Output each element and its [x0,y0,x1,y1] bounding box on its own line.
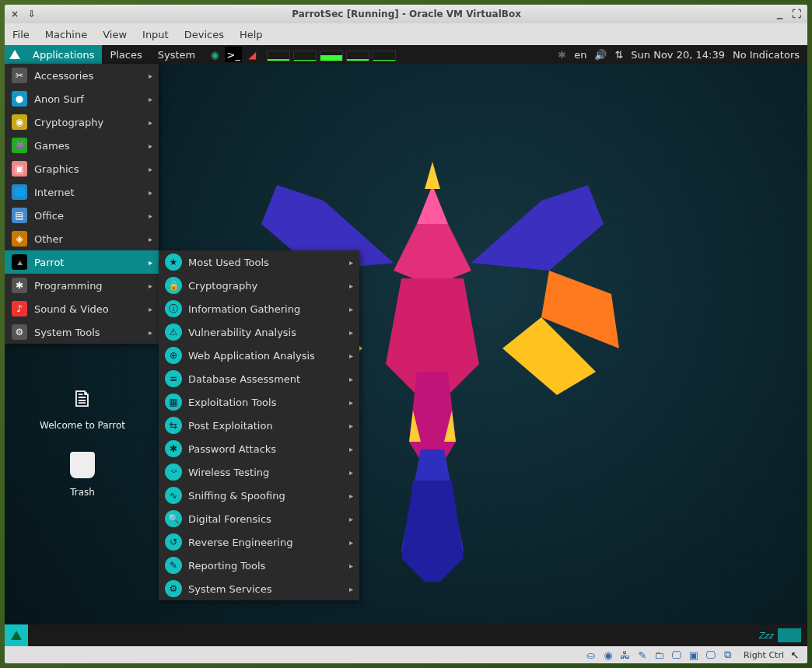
vbox-menu-view[interactable]: View [103,29,127,40]
sound-video-icon: ♪ [11,300,28,317]
submenu-item-cryptography[interactable]: 🔒Cryptography▸ [159,274,359,297]
welcome-to-parrot-shortcut[interactable]: 🗎 Welcome to Parrot [40,379,125,431]
menu-item-label: Graphics [34,163,142,175]
optical-drive-icon[interactable]: ◉ [602,649,614,661]
menu-item-office[interactable]: ▤Office▸ [5,204,159,227]
menu-item-cryptography[interactable]: ◉Cryptography▸ [5,110,159,134]
recording-icon[interactable]: ▣ [688,649,700,661]
vbox-menu-input[interactable]: Input [142,29,169,40]
submenu-arrow-icon: ▸ [149,72,152,80]
vbox-menu-devices[interactable]: Devices [184,29,224,40]
vbox-menubar: File Machine View Input Devices Help [5,23,807,45]
detach-icon[interactable]: ⇩ [28,9,36,19]
submenu-item-exploitation-tools[interactable]: ▦Exploitation Tools▸ [159,390,359,414]
desktop-icon-label: Trash [70,487,95,498]
menu-item-anon-surf[interactable]: ●Anon Surf▸ [5,87,159,110]
submenu-item-vulnerability-analysis[interactable]: ⚠Vulnerability Analysis▸ [159,320,359,344]
system-menu-button[interactable]: System [150,45,203,64]
graphics-icon: ▣ [11,160,28,177]
harddisk-activity-icon[interactable]: ⛀ [585,649,597,661]
submenu-item-digital-forensics[interactable]: 🔍Digital Forensics▸ [159,507,359,530]
minimize-icon[interactable]: ⎯ [777,9,782,19]
menu-item-games[interactable]: 👾Games▸ [5,134,159,157]
submenu-item-label: Cryptography [188,280,343,292]
submenu-arrow-icon: ▸ [349,282,353,290]
menu-item-parrot[interactable]: ⟁Parrot▸ [5,250,159,274]
submenu-item-label: Reporting Tools [188,560,343,572]
submenu-item-wireless-testing[interactable]: ⌔Wireless Testing▸ [159,460,359,484]
vm-state-icon[interactable]: 🖵 [705,649,717,661]
digital-forensics-icon: 🔍 [165,510,182,527]
database-assessment-icon: ≡ [165,370,182,387]
places-menu-button[interactable]: Places [102,45,149,64]
cursor-icon: ↖ [789,649,801,661]
submenu-item-database-assessment[interactable]: ≡Database Assessment▸ [159,367,359,390]
submenu-item-label: Post Exploitation [188,420,343,432]
network-adapter-icon[interactable]: 🖧 [619,649,632,661]
vbox-menu-file[interactable]: File [12,29,30,40]
keyboard-layout-indicator[interactable]: en [574,49,586,61]
menu-item-sound-video[interactable]: ♪Sound & Video▸ [5,297,159,320]
submenu-item-reverse-engineering[interactable]: ↺Reverse Engineering▸ [159,530,359,554]
submenu-item-reporting-tools[interactable]: ✎Reporting Tools▸ [159,554,359,577]
menu-item-label: Sound & Video [34,303,142,315]
clock[interactable]: Sun Nov 20, 14:39 [631,49,725,61]
submenu-item-label: Vulnerability Analysis [188,327,343,338]
submenu-arrow-icon: ▸ [349,328,353,337]
submenu-arrow-icon: ▸ [349,351,353,360]
submenu-arrow-icon: ▸ [349,421,353,430]
submenu-item-label: Most Used Tools [188,257,343,268]
mate-bottom-panel: Zzz [5,624,807,646]
menu-item-accessories[interactable]: ✂Accessories▸ [5,64,159,87]
submenu-item-post-exploitation[interactable]: ⇆Post Exploitation▸ [159,414,359,437]
mouse-integration-icon[interactable]: ⧉ [722,649,734,661]
vulnerability-analysis-icon: ⚠ [165,324,182,341]
submenu-item-information-gathering[interactable]: ⓘInformation Gathering▸ [159,297,359,320]
network-icon[interactable]: ⇅ [614,49,623,61]
close-icon[interactable]: × [11,9,19,19]
submenu-item-label: Password Attacks [188,443,343,455]
submenu-item-label: Reverse Engineering [188,537,343,548]
submenu-arrow-icon: ▸ [149,212,152,220]
submenu-arrow-icon: ▸ [149,258,152,267]
vbox-menu-help[interactable]: Help [240,29,263,40]
submenu-item-label: Exploitation Tools [188,397,343,408]
terminal-launcher-icon[interactable]: >_ [225,47,242,62]
menu-item-other[interactable]: ◈Other▸ [5,227,159,250]
parrot-icon: ⟁ [11,254,28,271]
applications-menu-button[interactable]: Applications [25,45,102,64]
submenu-item-web-application-analysis[interactable]: ⊕Web Application Analysis▸ [159,344,359,367]
menu-item-programming[interactable]: ✱Programming▸ [5,274,159,297]
menu-item-system-tools[interactable]: ⚙System Tools▸ [5,320,159,344]
maximize-icon[interactable]: ⛶ [792,9,801,19]
submenu-arrow-icon: ▸ [149,118,152,127]
parrot-menu-icon[interactable] [5,45,25,64]
system-tools-icon: ⚙ [11,324,28,341]
bluetooth-icon[interactable]: ✱ [558,49,566,61]
trash-shortcut[interactable]: Trash [64,446,101,498]
desktop-icons: 🗎 Welcome to Parrot Trash [28,379,137,498]
submenu-item-password-attacks[interactable]: ✱Password Attacks▸ [159,437,359,460]
games-icon: 👾 [11,137,28,154]
menu-item-graphics[interactable]: ▣Graphics▸ [5,157,159,180]
firefox-launcher-icon[interactable]: ◉ [206,47,223,62]
vbox-menu-machine[interactable]: Machine [45,29,87,40]
show-desktop-button[interactable] [5,624,28,646]
submenu-item-sniffing-spoofing[interactable]: ∿Sniffing & Spoofing▸ [159,484,359,507]
host-key-indicator: Right Ctrl [744,650,784,660]
text-editor-launcher-icon[interactable]: ◢ [243,47,261,62]
submenu-item-label: Information Gathering [188,303,343,315]
volume-icon[interactable]: 🔊 [594,49,607,61]
mate-top-panel: Applications Places System ◉ >_ ◢ ✱ [5,45,807,64]
menu-item-internet[interactable]: 🌐Internet▸ [5,180,159,204]
system-monitor-applet[interactable] [264,47,399,61]
vbox-statusbar: ⛀ ◉ 🖧 ✎ 🗀 🖵 ▣ 🖵 ⧉ Right Ctrl ↖ [5,646,807,663]
workspace-switcher[interactable] [778,628,801,642]
submenu-arrow-icon: ▸ [349,445,353,453]
password-attacks-icon: ✱ [165,440,182,457]
submenu-item-system-services[interactable]: ⚙System Services▸ [159,577,359,600]
display-icon[interactable]: 🖵 [670,649,683,661]
shared-folders-icon[interactable]: 🗀 [653,649,666,661]
usb-icon[interactable]: ✎ [636,649,649,661]
submenu-item-most-used-tools[interactable]: ★Most Used Tools▸ [159,250,359,274]
